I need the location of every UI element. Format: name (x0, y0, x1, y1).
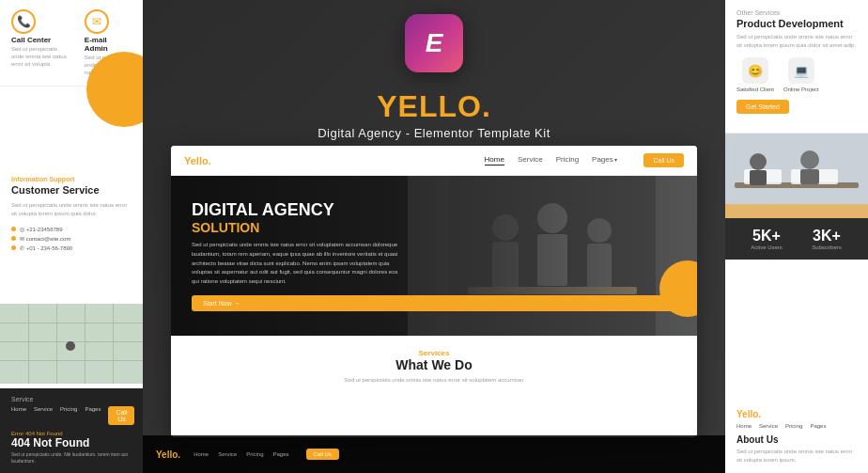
hero-body: Sed ut perspiciatis unde omnis iste natu… (192, 241, 398, 286)
contact-dot (11, 227, 16, 231)
stat-subscribers: 3K+ Subscribers (797, 228, 857, 250)
rb-nav-pricing[interactable]: Pricing (785, 423, 802, 429)
center-panel: E YELLO. Digital Agency - Elementor Temp… (143, 0, 725, 473)
svg-point-12 (750, 153, 767, 170)
elementor-logo-wrapper: E (405, 14, 463, 72)
left-info-section: Information Support Customer Service Sed… (0, 166, 143, 263)
contact-phone: ◎ +21-23456789 (11, 226, 132, 232)
hero-cta-button[interactable]: Start Now → (192, 295, 676, 311)
bottom-nav: Home Service Pricing Pages (194, 451, 288, 457)
get-started-button[interactable]: Get Started (736, 100, 789, 114)
services-title: What We Do (192, 357, 676, 372)
bottom-nav-pricing[interactable]: Pricing (246, 451, 263, 457)
svg-rect-13 (750, 170, 767, 185)
work-scene (725, 134, 868, 218)
left-nav-service[interactable]: Service (34, 406, 53, 425)
satisfied-client-label: Satisfied Client (736, 87, 774, 92)
center-brand: YELLO. Digital Agency - Elementor Templa… (318, 89, 550, 140)
info-title: Customer Service (11, 184, 132, 196)
error-body: Sed ut perspiciatis unde. Niti laudantiu… (11, 451, 132, 465)
right-top-section: Other Services Product Development Sed u… (725, 0, 868, 134)
inner-services: Services What We Do Sed ut perspiciatis … (171, 336, 697, 398)
bottom-brand: Yello. (156, 449, 180, 460)
online-project-icon: 💻 (788, 57, 814, 84)
info-tag: Information Support (11, 176, 132, 182)
svg-rect-6 (587, 244, 612, 289)
call-center-item: 📞 Call Center Sed ut perspiciatis unde o… (11, 9, 70, 68)
stat-users: 5K+ Active Users (736, 228, 797, 250)
call-center-sub: Sed ut perspiciatis unde omnia iste natu… (11, 46, 70, 68)
error-section: Error 404 Not Found 404 Not Found Sed ut… (11, 431, 132, 465)
stat-users-number: 5K+ (736, 228, 797, 244)
right-body: Sed ut perspiciatis unde omnis iste natu… (736, 33, 857, 50)
stat-users-label: Active Users (736, 244, 797, 250)
contact-dot2 (11, 236, 16, 241)
left-nav-pricing[interactable]: Pricing (60, 406, 77, 425)
svg-rect-2 (492, 242, 519, 289)
error-title: 404 Not Found (11, 436, 132, 449)
svg-rect-7 (468, 287, 637, 294)
left-service-bar: Service Home Service Pricing Pages Call … (0, 388, 143, 473)
email-admin-label: E-mail Admin (85, 36, 132, 53)
satisfied-client-item: 😊 Satisfied Client (736, 57, 774, 92)
right-bottom-section: Yello. Home Service Pricing Pages About … (725, 400, 868, 473)
inner-nav: Yello. Home Service Pricing Pages Call U… (171, 146, 697, 176)
inner-hero: DIGITAL AGENCY SOLUTION Sed ut perspicia… (171, 176, 697, 336)
inner-nav-pages[interactable]: Pages (592, 155, 617, 166)
left-cta-button[interactable]: Call Us (108, 406, 134, 425)
svg-rect-16 (725, 204, 868, 218)
map-grid (113, 304, 114, 384)
map-grid (28, 304, 29, 384)
call-center-label: Call Center (11, 36, 70, 44)
map-grid (0, 360, 143, 361)
hero-subtitle: SOLUTION (192, 220, 676, 235)
inner-nav-links: Home Service Pricing Pages (485, 155, 618, 166)
right-other-tag: Other Services (736, 9, 857, 16)
rb-nav-service[interactable]: Service (759, 423, 778, 429)
map-grid (56, 304, 57, 384)
bottom-cta-button[interactable]: Call Us (306, 449, 339, 460)
elementor-logo: E (405, 14, 463, 72)
right-bottom-brand: Yello. (736, 409, 857, 419)
right-image-area (725, 134, 868, 218)
inner-nav-home[interactable]: Home (485, 155, 504, 166)
bottom-nav-pages[interactable]: Pages (273, 451, 289, 457)
contact-email: ✉ contact@site.com (11, 235, 132, 242)
rb-nav-pages[interactable]: Pages (810, 423, 826, 429)
inner-nav-pricing[interactable]: Pricing (556, 155, 579, 166)
left-nav: Home Service Pricing Pages Call Us (11, 406, 132, 425)
inner-nav-brand: Yello. (184, 155, 211, 166)
stat-subscribers-label: Subscribers (797, 244, 857, 250)
left-nav-pages[interactable]: Pages (85, 406, 101, 425)
services-tag: Services (192, 349, 676, 357)
rb-nav-home[interactable]: Home (736, 423, 752, 429)
bottom-nav-home[interactable]: Home (194, 451, 209, 457)
inner-nav-service[interactable]: Service (518, 155, 543, 166)
contact-alt-phone: ✆ +01 - 234-56-7890 (11, 244, 132, 251)
center-bottom-bar: Yello. Home Service Pricing Pages Call U… (143, 435, 725, 473)
work-illustration (725, 134, 868, 218)
satisfied-client-icon: 😊 (742, 57, 768, 84)
online-project-label: Online Project (783, 87, 819, 92)
right-icons-row: 😊 Satisfied Client 💻 Online Project (736, 57, 857, 92)
map-area (0, 304, 143, 384)
contact-dot3 (11, 245, 16, 250)
right-title: Product Development (736, 18, 857, 29)
left-nav-home[interactable]: Home (11, 406, 26, 425)
services-body: Sed ut perspiciatis unde omnis iste natu… (192, 376, 676, 385)
map-grid (85, 304, 85, 384)
inner-website-preview: Yello. Home Service Pricing Pages Call U… (171, 146, 697, 437)
map-grid (0, 323, 143, 323)
info-body: Sed ut perspiciatis unde omnis iste natu… (11, 201, 132, 218)
right-bottom-nav: Home Service Pricing Pages (736, 423, 857, 429)
about-body: Sed ut perspiciatis unde omnis iste natu… (736, 448, 857, 464)
bottom-nav-service[interactable]: Service (218, 451, 237, 457)
map-pin (66, 341, 75, 351)
left-panel: 📞 Call Center Sed ut perspiciatis unde o… (0, 0, 143, 473)
brand-name: YELLO. (318, 89, 550, 124)
inner-nav-cta[interactable]: Call Us (643, 153, 684, 167)
svg-rect-4 (537, 234, 567, 286)
left-service-tag: Service (11, 396, 132, 402)
svg-point-14 (800, 150, 819, 169)
stats-bar: 5K+ Active Users 3K+ Subscribers (725, 218, 868, 260)
